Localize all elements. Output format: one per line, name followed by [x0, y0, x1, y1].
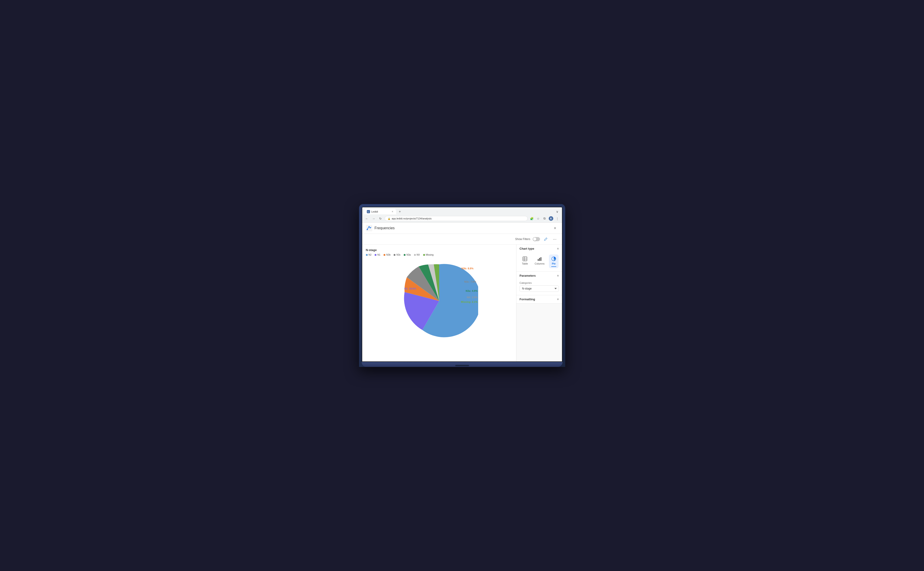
chart-legend: N2N1N3bN3cN3aNXMissing	[366, 253, 513, 256]
browser-chrome: L Ledidi × + ∨ ← → ↻ 🔒 app.ledidi.no/pro…	[362, 207, 562, 223]
legend-label: N3b	[386, 253, 390, 256]
legend-item: Missing	[423, 253, 434, 256]
legend-dot	[383, 254, 385, 256]
legend-dot	[404, 254, 405, 256]
parameters-collapse-icon: ∧	[557, 274, 559, 277]
chart-area: N-stage N2N1N3bN3cN3aNXMissing	[362, 245, 516, 361]
profile-btn[interactable]: A	[548, 216, 554, 221]
legend-item: N2	[366, 253, 372, 256]
edit-icon	[544, 237, 548, 241]
show-filters-label: Show Filters	[515, 238, 530, 241]
laptop-frame: L Ledidi × + ∨ ← → ↻ 🔒 app.ledidi.no/pro…	[359, 204, 565, 367]
active-underline	[551, 266, 556, 267]
formatting-section: Formatting ∨	[516, 295, 562, 304]
chart-type-columns-btn[interactable]: Columns	[532, 255, 547, 268]
close-icon: ×	[554, 226, 556, 231]
pie-btn-label: Pie	[552, 262, 556, 265]
show-filters-toggle[interactable]	[533, 237, 540, 241]
chart-type-grid: Table Columns	[520, 255, 559, 268]
edit-btn[interactable]	[542, 236, 549, 242]
pie-svg	[400, 262, 478, 340]
chart-type-title: Chart type	[520, 247, 534, 250]
legend-dot	[366, 254, 368, 256]
app-logo-icon	[366, 225, 372, 231]
close-btn[interactable]: ×	[552, 225, 558, 231]
table-icon	[522, 256, 527, 261]
chart-type-content: Table Columns	[516, 253, 562, 272]
legend-label: N3c	[396, 253, 400, 256]
new-tab-btn[interactable]: +	[397, 209, 403, 215]
browser-more-btn[interactable]: ⋮	[555, 216, 560, 221]
legend-item: N1	[375, 253, 380, 256]
parameters-header[interactable]: Parameters ∧	[516, 272, 562, 280]
browser-tab[interactable]: L Ledidi ×	[364, 209, 396, 215]
chart-type-header[interactable]: Chart type ∧	[516, 245, 562, 253]
back-btn[interactable]: ←	[364, 216, 369, 221]
categories-select[interactable]: N-stage	[520, 286, 559, 292]
address-bar[interactable]: 🔒 app.ledidi.no/projects/7134/analysis	[385, 216, 528, 221]
profile-avatar: A	[549, 216, 553, 221]
legend-item: N3a	[404, 253, 411, 256]
laptop-screen: L Ledidi × + ∨ ← → ↻ 🔒 app.ledidi.no/pro…	[362, 207, 562, 362]
toolbar: Show Filters ⋯	[362, 234, 562, 245]
legend-label: N1	[377, 253, 380, 256]
toggle-knob	[533, 238, 536, 241]
star-icon: ☆	[537, 217, 539, 220]
bookmark-btn[interactable]: ☆	[535, 216, 541, 221]
pie-chart: N2: 54.9% N1: 18.6% N3b: 8.8%	[400, 262, 478, 340]
svg-rect-7	[539, 258, 540, 261]
columns-btn-label: Columns	[535, 262, 544, 265]
svg-rect-8	[541, 257, 541, 261]
more-icon: ⋯	[553, 237, 557, 241]
legend-label: NX	[417, 253, 420, 256]
chart-type-pie-btn[interactable]: Pie	[549, 255, 559, 268]
formatting-title: Formatting	[520, 298, 535, 301]
legend-item: NX	[414, 253, 420, 256]
parameters-content: Categories N-stage	[516, 280, 562, 295]
chart-title: N-stage	[366, 248, 513, 252]
formatting-header[interactable]: Formatting ∨	[516, 295, 562, 303]
extensions-icon: 🧩	[530, 217, 534, 220]
tab-bar: L Ledidi × + ∨	[362, 207, 562, 215]
chart-type-table-btn[interactable]: Table	[520, 255, 530, 268]
browser-dropdown-icon[interactable]: ∨	[554, 209, 560, 215]
page-title: Frequencies	[375, 226, 552, 230]
screenshot-btn[interactable]: ⧉	[542, 216, 547, 221]
tab-close-btn[interactable]: ×	[392, 210, 393, 213]
right-panel: Chart type ∧	[516, 245, 562, 361]
laptop-base	[362, 362, 562, 367]
screenshot-icon: ⧉	[544, 217, 545, 220]
app-header: Frequencies ×	[362, 223, 562, 234]
app-content: Frequencies × Show Filters ⋯	[362, 223, 562, 361]
table-btn-label: Table	[522, 262, 528, 265]
lock-icon: 🔒	[388, 218, 390, 220]
more-btn[interactable]: ⋯	[552, 236, 558, 242]
legend-item: N3b	[383, 253, 390, 256]
svg-rect-0	[366, 225, 372, 231]
parameters-section: Parameters ∧ Categories N-stage	[516, 272, 562, 295]
main-layout: N-stage N2N1N3bN3cN3aNXMissing	[362, 245, 562, 361]
legend-label: Missing	[426, 253, 434, 256]
pie-container: N2: 54.9% N1: 18.6% N3b: 8.8%	[366, 260, 513, 344]
forward-btn[interactable]: →	[371, 216, 376, 221]
tab-label: Ledidi	[371, 210, 378, 213]
browser-actions: 🧩 ☆ ⧉ A ⋮	[529, 216, 560, 221]
extensions-btn[interactable]: 🧩	[529, 216, 535, 221]
tab-favicon: L	[367, 210, 370, 213]
formatting-chevron-icon: ∨	[557, 298, 559, 301]
legend-item: N3c	[394, 253, 400, 256]
svg-rect-2	[523, 257, 527, 261]
legend-dot	[414, 254, 416, 256]
parameters-title: Parameters	[520, 274, 536, 277]
legend-dot	[394, 254, 396, 256]
legend-label: N2	[369, 253, 372, 256]
svg-rect-6	[538, 259, 539, 261]
legend-dot	[375, 254, 376, 256]
refresh-btn[interactable]: ↻	[378, 216, 383, 221]
svg-point-1	[366, 229, 368, 230]
columns-icon	[537, 256, 542, 261]
address-text: app.ledidi.no/projects/7134/analysis	[392, 217, 432, 220]
chart-type-collapse-icon: ∧	[557, 247, 559, 250]
pie-type-icon	[551, 256, 556, 261]
legend-dot	[423, 254, 425, 256]
